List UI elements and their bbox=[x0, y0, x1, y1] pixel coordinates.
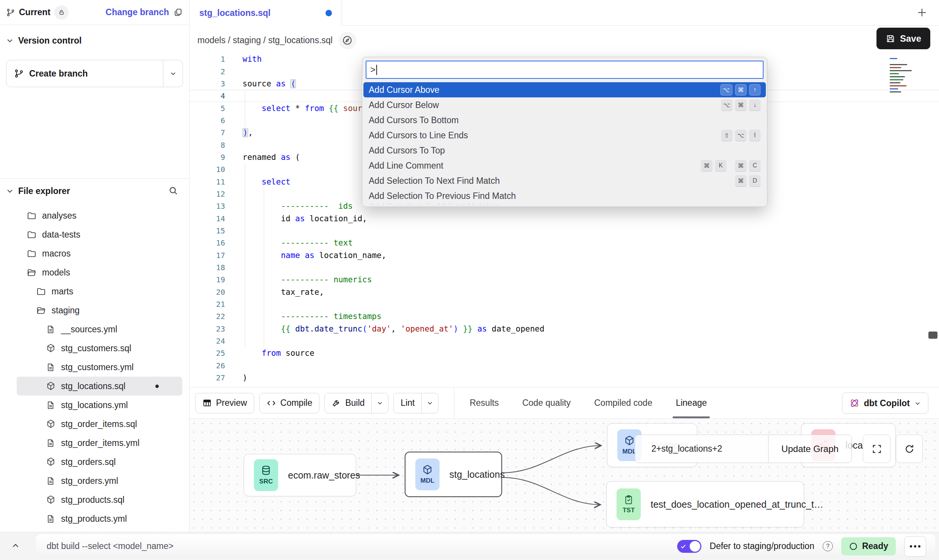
editor-line-21[interactable]: 21 bbox=[189, 298, 939, 310]
change-branch-link[interactable]: Change branch bbox=[106, 7, 169, 17]
tab-stg-locations-sql[interactable]: stg_locations.sql bbox=[189, 0, 341, 26]
model-icon bbox=[45, 457, 56, 467]
copilot-label: dbt Copilot bbox=[864, 398, 910, 408]
file-row--sources-yml[interactable]: __sources.yml bbox=[17, 320, 182, 339]
ready-status-badge[interactable]: Ready bbox=[841, 537, 896, 555]
editor-line-25[interactable]: 25 from source bbox=[189, 347, 939, 359]
editor-line-24[interactable]: 24 bbox=[189, 335, 939, 347]
build-label: Build bbox=[345, 398, 365, 408]
editor-line-16[interactable]: 16 ---------- text bbox=[189, 237, 939, 249]
version-control-header[interactable]: Version control bbox=[0, 32, 189, 49]
lint-caret[interactable] bbox=[421, 393, 438, 413]
file-row-stg-orders-yml[interactable]: stg_orders.yml bbox=[17, 471, 182, 490]
file-row-stg-locations-yml[interactable]: stg_locations.yml bbox=[17, 396, 182, 415]
editor-line-20[interactable]: 20 tax_rate, bbox=[189, 286, 939, 298]
file-label: __sources.yml bbox=[61, 324, 117, 335]
command-palette-input[interactable]: > bbox=[366, 61, 764, 79]
file-label: macros bbox=[42, 249, 70, 259]
lint-button[interactable]: Lint bbox=[393, 393, 438, 413]
file-row-models[interactable]: models bbox=[17, 263, 182, 282]
palette-query: > bbox=[370, 64, 376, 75]
command-list: Add Cursor Above⌥⌘↑Add Cursor Below⌥⌘↓Ad… bbox=[362, 82, 767, 207]
line-code: renamed as ( bbox=[225, 153, 300, 162]
lineage-node-source[interactable]: SRC ecom.raw_stores bbox=[244, 454, 356, 496]
file-row-marts[interactable]: marts bbox=[17, 282, 182, 301]
defer-toggle[interactable] bbox=[677, 540, 701, 553]
command-item-add-cursor-below[interactable]: Add Cursor Below⌥⌘↓ bbox=[363, 97, 766, 113]
create-branch-caret[interactable] bbox=[163, 60, 183, 87]
refresh-button[interactable] bbox=[896, 435, 923, 463]
command-item-add-selection-to-previous-find-match[interactable]: Add Selection To Previous Find Match bbox=[363, 188, 766, 203]
file-row-analyses[interactable]: analyses bbox=[17, 206, 182, 225]
file-row-data-tests[interactable]: data-tests bbox=[17, 225, 182, 244]
help-icon[interactable]: ? bbox=[823, 541, 833, 551]
branch-bar: Current Change branch bbox=[0, 0, 189, 25]
command-item-add-line-comment[interactable]: Add Line Comment⌘K⌘C bbox=[363, 158, 766, 173]
shortcut-keys: ⇧⌥I bbox=[721, 130, 761, 141]
node-label: stg_locations bbox=[449, 469, 505, 480]
compile-label: Compile bbox=[280, 398, 312, 408]
command-item-add-selection-to-all-find-matches[interactable]: Add Selection To All Find Matches bbox=[363, 203, 766, 207]
folder-icon bbox=[27, 249, 37, 259]
lineage-node-test[interactable]: TST test_does_location_opened_at_trunc_t… bbox=[606, 481, 804, 527]
dbt-copilot-button[interactable]: dbt Copilot bbox=[842, 393, 928, 414]
create-branch-button[interactable]: Create branch bbox=[6, 60, 183, 87]
folder-open-icon bbox=[27, 267, 37, 278]
command-label: Add Line Comment bbox=[369, 161, 443, 171]
more-options-button[interactable] bbox=[904, 536, 926, 557]
file-row-stg-products-sql[interactable]: stg_products.sql bbox=[17, 490, 182, 509]
build-button[interactable]: Build bbox=[324, 393, 388, 413]
file-row-stg-customers-yml[interactable]: stg_customers.yml bbox=[17, 358, 182, 377]
file-row-stg-products-yml[interactable]: stg_products.yml bbox=[17, 509, 182, 528]
file-row-stg-order-items-yml[interactable]: stg_order_items.yml bbox=[17, 433, 182, 452]
build-caret[interactable] bbox=[371, 393, 388, 413]
command-item-add-cursors-to-top[interactable]: Add Cursors To Top bbox=[363, 143, 766, 158]
cli-command-input[interactable]: dbt build --select <model_name> bbox=[47, 541, 174, 551]
line-number: 25 bbox=[189, 349, 225, 358]
lineage-panel[interactable]: SRC ecom.raw_stores MDL stg_locations bbox=[189, 419, 939, 532]
command-item-add-cursors-to-line-ends[interactable]: Add Cursors to Line Ends⇧⌥I bbox=[363, 128, 766, 143]
current-branch-label: Current bbox=[19, 7, 50, 17]
editor-line-23[interactable]: 23 {{ dbt.date_trunc('day', 'opened_at')… bbox=[189, 323, 939, 335]
line-number: 27 bbox=[189, 373, 225, 382]
file-row-stg-orders-sql[interactable]: stg_orders.sql bbox=[17, 452, 182, 471]
file-row-macros[interactable]: macros bbox=[17, 244, 182, 263]
fullscreen-button[interactable] bbox=[863, 435, 890, 463]
editor-line-14[interactable]: 14 id as location_id, bbox=[189, 212, 939, 224]
new-tab-button[interactable] bbox=[913, 4, 931, 21]
file-explorer-header[interactable]: File explorer bbox=[0, 179, 189, 203]
compile-button[interactable]: Compile bbox=[259, 393, 319, 413]
editor-line-17[interactable]: 17 name as location_name, bbox=[189, 249, 939, 261]
command-item-add-cursors-to-bottom[interactable]: Add Cursors To Bottom bbox=[363, 113, 766, 128]
file-row-stg-customers-sql[interactable]: stg_customers.sql bbox=[17, 339, 182, 358]
tab-lineage[interactable]: Lineage bbox=[676, 398, 707, 408]
tab-compiled-code[interactable]: Compiled code bbox=[594, 398, 652, 408]
tab-results[interactable]: Results bbox=[470, 398, 499, 408]
copy-icon[interactable] bbox=[174, 8, 183, 17]
editor-line-22[interactable]: 22 ---------- timestamps bbox=[189, 310, 939, 322]
update-graph-button[interactable]: Update Graph bbox=[768, 435, 851, 463]
editor-line-19[interactable]: 19 ---------- numerics bbox=[189, 274, 939, 286]
search-icon[interactable] bbox=[168, 186, 178, 196]
lineage-selector-input[interactable]: 2+stg_locations+2 bbox=[635, 435, 768, 463]
line-code: source as ( bbox=[225, 79, 296, 88]
lineage-node-stg-locations[interactable]: MDL stg_locations bbox=[405, 452, 502, 497]
file-row-stg-locations-sql[interactable]: stg_locations.sql bbox=[17, 377, 182, 396]
scrollbar-thumb[interactable] bbox=[928, 332, 937, 339]
tab-code-quality[interactable]: Code quality bbox=[522, 398, 571, 408]
wrench-icon bbox=[332, 398, 341, 408]
explorer-compass-icon[interactable] bbox=[339, 32, 356, 49]
command-item-add-selection-to-next-find-match[interactable]: Add Selection To Next Find Match⌘D bbox=[363, 173, 766, 188]
file-row-staging[interactable]: staging bbox=[17, 301, 182, 320]
command-label: Add Selection To Previous Find Match bbox=[369, 191, 516, 201]
file-row-stg-order-items-sql[interactable]: stg_order_items.sql bbox=[17, 415, 182, 433]
editor-minimap[interactable] bbox=[890, 56, 926, 106]
expand-command-bar-icon[interactable] bbox=[11, 541, 20, 551]
editor-line-18[interactable]: 18 bbox=[189, 261, 939, 274]
preview-button[interactable]: Preview bbox=[195, 393, 254, 413]
editor-line-26[interactable]: 26 bbox=[189, 360, 939, 372]
editor-line-15[interactable]: 15 bbox=[189, 225, 939, 237]
save-button[interactable]: Save bbox=[876, 28, 930, 49]
editor-line-27[interactable]: 27) bbox=[189, 372, 939, 384]
command-item-add-cursor-above[interactable]: Add Cursor Above⌥⌘↑ bbox=[363, 82, 766, 97]
